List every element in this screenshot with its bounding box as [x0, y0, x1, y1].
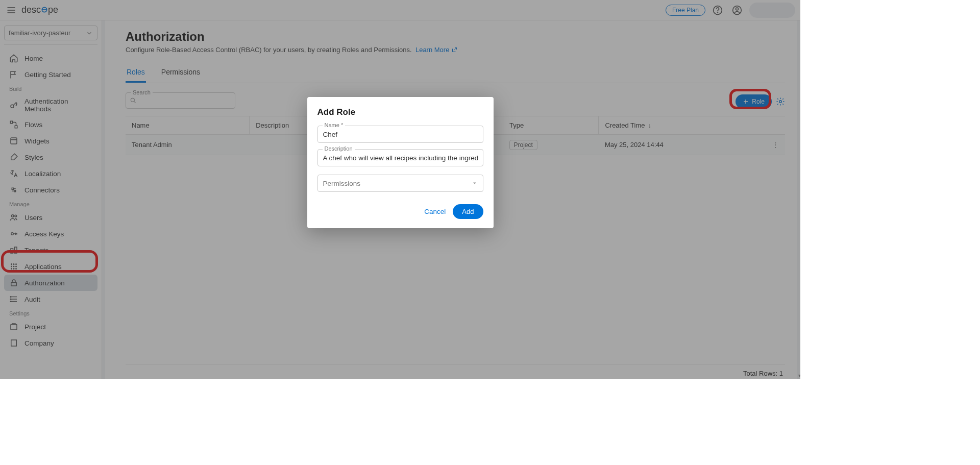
role-name-input[interactable]	[317, 126, 483, 143]
add-role-modal: Add Role Name * Description Permissions …	[307, 97, 494, 228]
role-desc-input[interactable]	[317, 149, 483, 166]
permissions-select[interactable]: Permissions	[317, 175, 483, 192]
modal-title: Add Role	[317, 107, 483, 117]
name-label: Name *	[323, 122, 346, 128]
desc-label: Description	[323, 145, 355, 152]
chevron-down-icon	[472, 180, 478, 186]
modal-overlay[interactable]: Add Role Name * Description Permissions …	[0, 0, 800, 379]
svg-marker-46	[473, 183, 476, 184]
cancel-button[interactable]: Cancel	[424, 208, 446, 215]
add-button[interactable]: Add	[453, 204, 483, 219]
